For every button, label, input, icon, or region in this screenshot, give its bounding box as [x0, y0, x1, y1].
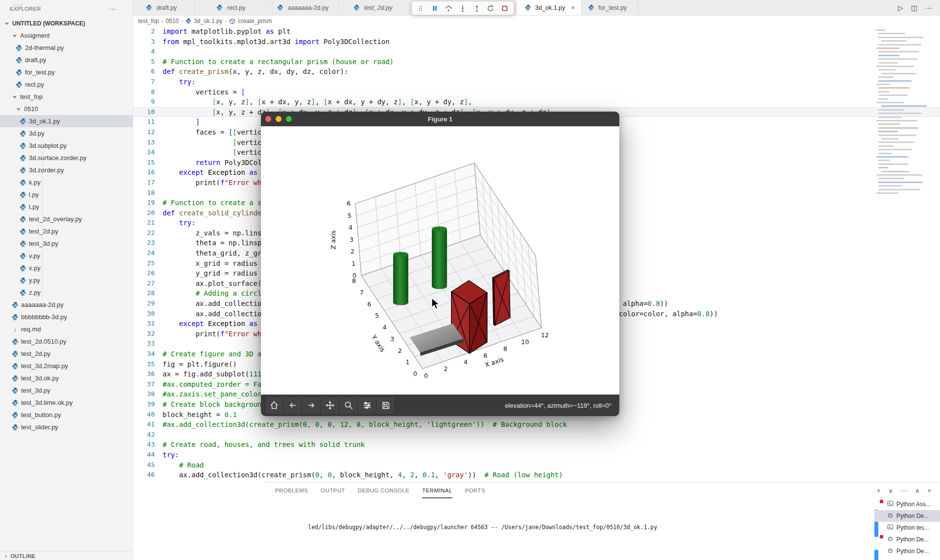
editor-tab[interactable]: for_test.py: [582, 0, 638, 15]
restart-button[interactable]: [485, 2, 496, 14]
panel-action-icon[interactable]: +: [877, 487, 881, 494]
stop-button[interactable]: [499, 2, 511, 14]
pause-button[interactable]: [429, 2, 441, 14]
code-line[interactable]: 43# Create road, houses, and trees with …: [133, 440, 940, 450]
tree-item[interactable]: draft.py: [0, 54, 133, 66]
tree-item[interactable]: test_3d.2map.py: [0, 360, 133, 372]
minimap[interactable]: [876, 29, 936, 235]
explorer-more-actions-icon[interactable]: ⋯: [109, 5, 117, 13]
tree-item[interactable]: UNTITLED (WORKSPACE): [0, 17, 133, 29]
code-line[interactable]: 46 ax.add_collection3d(create_prism(0, 0…: [133, 470, 940, 480]
save-button[interactable]: [376, 397, 395, 414]
editor-action-icon[interactable]: ▷: [898, 4, 903, 12]
terminal-list-item[interactable]: Python De...: [874, 510, 940, 522]
code-line[interactable]: 42: [133, 430, 940, 440]
tree-item[interactable]: Assigment: [0, 29, 133, 42]
code-line[interactable]: 2import matplotlib.pyplot as plt: [133, 26, 940, 37]
breadcrumb-symbol[interactable]: create_prism: [238, 18, 272, 24]
tree-item[interactable]: 3d_ok.1.py: [0, 115, 133, 127]
tree-item[interactable]: ↓ req.md: [0, 323, 133, 335]
tree-item[interactable]: 2d-thermal.py: [0, 42, 133, 54]
tree-item[interactable]: for_test.py: [0, 66, 133, 78]
editor-tab[interactable]: aaaaaaa-2d.py: [272, 0, 339, 15]
figure-window[interactable]: Figure 1: [261, 112, 619, 416]
back-button[interactable]: [283, 397, 302, 414]
tree-item[interactable]: test_3d.time.ok.py: [0, 397, 133, 409]
terminal-list-item[interactable]: Python tes...: [874, 522, 940, 534]
editor-action-icon[interactable]: ◫: [911, 4, 917, 12]
code-line[interactable]: 41#ax.add_collection3d(create_prism(0, 0…: [133, 420, 940, 430]
tree-item[interactable]: test_fop: [0, 91, 133, 103]
panel-action-icon[interactable]: ∨: [888, 487, 893, 494]
panel-tab[interactable]: PROBLEMS: [275, 483, 308, 498]
code-line[interactable]: 6def create_prism(x, y, z, dx, dy, dz, c…: [133, 67, 940, 77]
tree-item[interactable]: x.py: [0, 262, 133, 274]
tree-item[interactable]: 3d.zorder.py: [0, 164, 133, 176]
home-button[interactable]: [265, 397, 283, 414]
tree-item[interactable]: test_button.py: [0, 409, 133, 421]
code-line[interactable]: 4: [133, 47, 940, 57]
panel-tab[interactable]: TERMINAL: [422, 483, 452, 498]
tree-item[interactable]: test_slider.py: [0, 421, 133, 433]
tree-item[interactable]: 0510: [0, 103, 133, 115]
configure-subplots-button[interactable]: [358, 397, 376, 414]
tree-item[interactable]: 3d.surface.zorder.py: [0, 152, 133, 164]
code-line[interactable]: 8 vertices = [: [133, 87, 940, 97]
tree-item[interactable]: test_3d.py: [0, 384, 133, 397]
forward-button[interactable]: [302, 397, 321, 414]
tree-item[interactable]: test_2d.0510.py: [0, 335, 133, 348]
pan-button[interactable]: [321, 397, 339, 414]
tree-item[interactable]: aaaaaaa-2d.py: [0, 299, 133, 311]
editor-tab[interactable]: draft.py: [133, 0, 195, 15]
tree-item[interactable]: y.py: [0, 274, 133, 286]
tree-item[interactable]: test_3d.ok.py: [0, 372, 133, 384]
tree-item[interactable]: test_2d_overlay.py: [0, 213, 133, 225]
zoom-traffic-light[interactable]: [286, 116, 292, 122]
3d-plot[interactable]: 0246810128765432100123456X axisY axisZ a…: [261, 126, 619, 395]
terminal-list-item[interactable]: Python Ass...: [874, 498, 940, 510]
step-out-button[interactable]: [471, 2, 483, 14]
editor-tab[interactable]: rect.py: [195, 0, 272, 15]
minimize-traffic-light[interactable]: [276, 116, 282, 122]
tree-item[interactable]: z.py: [0, 286, 133, 299]
panel-tab[interactable]: OUTPUT: [321, 483, 345, 498]
code-line[interactable]: 9 [x, y, z], [x + dx, y, z], [x + dx, y …: [133, 97, 940, 107]
terminal-output[interactable]: led/libs/debugpy/adapter/../../debugpy/l…: [274, 499, 867, 560]
code-line[interactable]: 5# Function to create a rectangular pris…: [133, 57, 940, 67]
figure-canvas[interactable]: 0246810128765432100123456X axisY axisZ a…: [261, 126, 619, 395]
drag-handle-icon[interactable]: [415, 2, 426, 14]
tree-item[interactable]: t.py: [0, 201, 133, 213]
panel-action-icon[interactable]: ∧: [915, 487, 920, 494]
figure-titlebar[interactable]: Figure 1: [261, 112, 619, 126]
tree-item[interactable]: l.py: [0, 188, 133, 201]
zoom-button[interactable]: [339, 397, 358, 414]
tree-item[interactable]: rect.py: [0, 78, 133, 91]
editor-action-icon[interactable]: ⋯: [925, 4, 932, 12]
close-traffic-light[interactable]: [265, 116, 271, 122]
tree-item[interactable]: test_2d.py: [0, 225, 133, 237]
terminal-list-item[interactable]: Python De...: [874, 534, 940, 545]
terminal-list-item[interactable]: Python De...: [874, 545, 940, 557]
step-into-button[interactable]: [457, 2, 469, 14]
code-line[interactable]: 45 # Road: [133, 460, 940, 470]
breadcrumb-folder[interactable]: test_fop: [138, 18, 159, 24]
tree-item[interactable]: k.py: [0, 176, 133, 188]
tree-item[interactable]: bbbbbbbb-3d.py: [0, 311, 133, 323]
close-icon[interactable]: ×: [571, 4, 575, 11]
breadcrumb-file[interactable]: 3d_ok.1.py: [194, 18, 223, 24]
editor-tab[interactable]: 3d_ok.1.py ×: [517, 0, 582, 15]
code-line[interactable]: 3from mpl_toolkits.mplot3d.art3d import …: [133, 37, 940, 47]
tree-item[interactable]: 3d.py: [0, 127, 133, 140]
tree-item[interactable]: test_3d.py: [0, 237, 133, 250]
outline-section[interactable]: › OUTLINE: [0, 551, 133, 560]
step-over-button[interactable]: [443, 2, 454, 14]
code-line[interactable]: 44try:: [133, 450, 940, 460]
editor-tab[interactable]: test_2d.py: [339, 0, 412, 15]
tree-item[interactable]: 3d.subplot.py: [0, 140, 133, 152]
panel-tab[interactable]: PORTS: [465, 483, 485, 498]
code-line[interactable]: 7 try:: [133, 77, 940, 87]
panel-action-icon[interactable]: ⋯: [901, 487, 907, 494]
panel-tab[interactable]: DEBUG CONSOLE: [358, 483, 410, 498]
breadcrumb-folder[interactable]: 0510: [165, 18, 179, 24]
tree-item[interactable]: v.py: [0, 250, 133, 262]
